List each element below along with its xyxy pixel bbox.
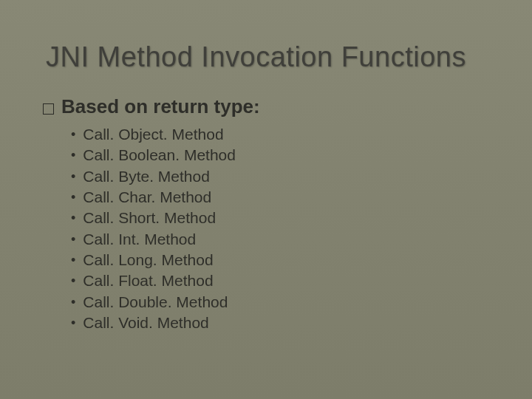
list-item-label: Call. Long. Method <box>83 250 213 270</box>
slide-title: JNI Method Invocation Functions <box>46 41 486 73</box>
subhead-prefix: Based <box>61 95 119 117</box>
list-item: •Call. Double. Method <box>71 292 486 313</box>
list-item: •Call. Int. Method <box>71 229 486 250</box>
subhead-row: Based on return type: <box>43 95 486 118</box>
list-item: •Call. Void. Method <box>71 313 486 333</box>
bullet-icon: • <box>71 251 75 269</box>
bullet-icon: • <box>71 146 75 164</box>
bullet-icon: • <box>71 126 75 143</box>
list-item-label: Call. Double. Method <box>83 292 228 313</box>
list-item-label: Call. Char. Method <box>83 187 211 208</box>
slide: JNI Method Invocation Functions Based on… <box>0 0 532 399</box>
method-list: •Call. Object. Method •Call. Boolean. Me… <box>71 124 486 333</box>
list-item: •Call. Short. Method <box>71 208 486 228</box>
list-item: •Call. Char. Method <box>71 187 486 208</box>
bullet-icon: • <box>71 231 75 248</box>
list-item-label: Call. Short. Method <box>83 208 216 228</box>
list-item: •Call. Object. Method <box>71 124 486 145</box>
list-item-label: Call. Void. Method <box>83 313 208 333</box>
list-item-label: Call. Int. Method <box>83 229 196 250</box>
checkbox-icon <box>43 103 54 115</box>
list-item: •Call. Long. Method <box>71 250 486 270</box>
bullet-icon: • <box>71 293 75 311</box>
list-item-label: Call. Float. Method <box>83 270 213 291</box>
list-item-label: Call. Object. Method <box>83 124 223 145</box>
subhead-rest: on return type: <box>124 95 259 117</box>
bullet-icon: • <box>71 209 75 227</box>
bullet-icon: • <box>71 314 75 332</box>
subhead: Based on return type: <box>61 95 260 118</box>
list-item: •Call. Byte. Method <box>71 166 486 187</box>
list-item: •Call. Boolean. Method <box>71 145 486 166</box>
bullet-icon: • <box>71 188 75 206</box>
list-item-label: Call. Byte. Method <box>83 166 210 187</box>
bullet-icon: • <box>71 272 75 290</box>
bullet-icon: • <box>71 168 75 185</box>
list-item-label: Call. Boolean. Method <box>83 145 236 166</box>
list-item: •Call. Float. Method <box>71 270 486 291</box>
